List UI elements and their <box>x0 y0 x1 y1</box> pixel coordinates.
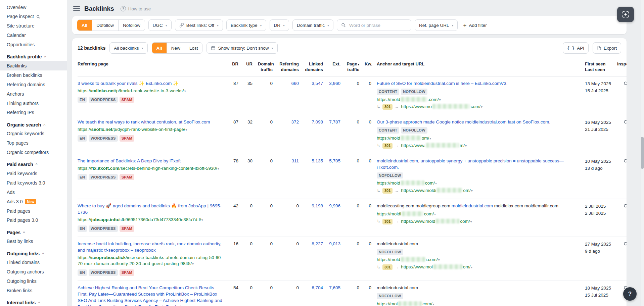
word-phrase-search[interactable] <box>337 19 411 31</box>
ext-value[interactable]: 9,013 <box>329 241 340 246</box>
column-header-referring-page[interactable]: Referring page <box>78 58 227 76</box>
linked-domains-value[interactable]: 9,198 <box>312 203 323 208</box>
add-filter-button[interactable]: + Add filter <box>461 19 489 31</box>
linked-domains-value[interactable]: 6,704 <box>312 285 323 290</box>
referring-domains-value[interactable]: 660 <box>291 81 299 86</box>
sidebar-section-header[interactable]: Pages^ <box>0 225 67 237</box>
state-segment-lost[interactable]: Lost <box>185 43 202 53</box>
referring-page-title-link[interactable]: Increase backLink building, increase ahr… <box>78 241 224 254</box>
referring-domains-value[interactable]: 372 <box>291 119 299 124</box>
sidebar-item-outgoing-anchors[interactable]: Outgoing anchors <box>0 267 67 277</box>
sidebar-section-header[interactable]: Outgoing links^ <box>0 246 67 258</box>
sidebar-section-header[interactable]: Backlink profile^ <box>0 49 67 61</box>
scope-dropdown[interactable]: All backlinks ▾ <box>109 42 147 54</box>
sidebar-section-header[interactable]: Internal links^ <box>0 295 67 306</box>
state-segment-all[interactable]: All <box>152 43 167 53</box>
show-history-dropdown[interactable]: Show history: Don't show ▾ <box>206 42 277 54</box>
sidebar-section-header[interactable]: Paid search^ <box>0 157 67 169</box>
sidebar-item-outgoing-links[interactable]: Outgoing links <box>0 276 67 286</box>
inspect-button[interactable] <box>623 119 627 126</box>
column-header-kw[interactable]: Kw. <box>362 58 374 76</box>
sidebar-item-paid-keywords-3-0[interactable]: Paid keywords 3.0 <box>0 178 67 188</box>
sidebar-item-best-by-links[interactable]: Best by links <box>0 237 67 246</box>
dropdown-caret-icon[interactable]: ▾ <box>471 189 473 193</box>
ext-value[interactable]: 9,996 <box>329 203 340 208</box>
anchor-text-part[interactable]: Our 3-phase approach made Google notice … <box>377 119 550 124</box>
linked-domains-value[interactable]: 7,098 <box>312 119 323 124</box>
anchor-text-part[interactable]: moldieindustrial.com, unstoppable synerg… <box>377 158 564 170</box>
sidebar-item-site-structure[interactable]: Site structure <box>0 21 67 31</box>
dropdown-caret-icon[interactable]: ▾ <box>434 212 436 216</box>
filter-segment-all[interactable]: All <box>77 20 92 31</box>
column-header-domain-traffic[interactable]: Domain traffic <box>255 58 275 76</box>
column-header-anchor[interactable]: Anchor and target URL <box>374 58 582 76</box>
dropdown-caret-icon[interactable]: ▾ <box>185 128 187 132</box>
ref-page-url-dropdown[interactable]: Ref. page URL ▾ <box>415 19 458 31</box>
state-segment-new[interactable]: New <box>167 43 185 53</box>
sidebar-item-referring-domains[interactable]: Referring domains <box>0 80 67 89</box>
sidebar-item-calendar[interactable]: Calendar <box>0 31 67 40</box>
sidebar-item-page-inspect[interactable]: Page inspect <box>0 12 67 21</box>
sidebar-item-organic-keywords[interactable]: Organic keywords <box>0 129 67 139</box>
sidebar-item-top-pages[interactable]: Top pages <box>0 139 67 148</box>
referring-page-title-link[interactable]: The Importance of Backlinks: A Deep Dive… <box>78 158 224 164</box>
filter-segment-nofollow[interactable]: Nofollow <box>119 20 145 31</box>
help-button[interactable]: ? <box>623 287 637 301</box>
column-header-ur[interactable]: UR <box>241 58 255 76</box>
referring-page-title-link[interactable]: Where to buy 🚀 aged domains and backlink… <box>78 203 224 216</box>
referring-page-title-link[interactable]: Achieve Highest Ranking and Beat Your Co… <box>78 285 224 306</box>
inspect-button[interactable] <box>623 81 627 88</box>
dropdown-caret-icon[interactable]: ▾ <box>470 220 472 223</box>
domain-traffic-dropdown[interactable]: Domain traffic ▾ <box>292 19 333 31</box>
sidebar-item-organic-competitors[interactable]: Organic competitors <box>0 148 67 157</box>
referring-page-title-link[interactable]: 3 weeks to outrank your rivals ✨ ExLinko… <box>78 81 224 87</box>
dropdown-caret-icon[interactable]: ▾ <box>184 89 186 93</box>
how-to-use-link[interactable]: ? How to use <box>121 6 151 11</box>
dropdown-caret-icon[interactable]: ▾ <box>465 144 467 148</box>
sidebar-item-referring-ips[interactable]: Referring IPs <box>0 108 67 117</box>
sidebar-item-anchors[interactable]: Anchors <box>0 89 67 99</box>
sidebar-item-opportunities[interactable]: Opportunities <box>0 40 67 50</box>
linked-domains-value[interactable]: 8,227 <box>312 241 323 246</box>
column-header-page-traffic[interactable]: Page▾ traffic <box>343 58 362 76</box>
ext-value[interactable]: 5,705 <box>329 158 340 163</box>
menu-toggle-button[interactable] <box>73 6 80 11</box>
dropdown-caret-icon[interactable]: ▾ <box>201 218 203 222</box>
inspect-button[interactable] <box>623 203 627 210</box>
ext-value[interactable]: 7,787 <box>329 119 340 124</box>
search-input[interactable] <box>349 22 407 28</box>
dropdown-caret-icon[interactable]: ▾ <box>439 98 441 102</box>
filter-segment-dofollow[interactable]: Dofollow <box>92 20 119 31</box>
sidebar-item-overview[interactable]: Overview <box>0 3 67 12</box>
linked-domains-value[interactable]: 5,135 <box>312 158 323 163</box>
vertical-scrollbar[interactable] <box>641 0 644 306</box>
column-header-dr[interactable]: DR <box>227 58 241 76</box>
dropdown-caret-icon[interactable]: ▾ <box>218 167 219 170</box>
dropdown-caret-icon[interactable]: ▾ <box>435 182 437 185</box>
column-header-first-last-seen[interactable]: First seen Last seen <box>582 58 614 76</box>
dropdown-caret-icon[interactable]: ▾ <box>429 137 431 140</box>
best-links-dropdown[interactable]: Best links: Off ▾ <box>175 19 223 31</box>
referring-page-title-link[interactable]: We teach the real ways to rank without c… <box>78 119 224 125</box>
linked-domains-value[interactable]: 3,547 <box>312 81 323 86</box>
screenshot-capture-button[interactable] <box>617 7 634 22</box>
export-button[interactable]: Export <box>593 42 621 54</box>
dropdown-caret-icon[interactable]: ▾ <box>192 262 194 266</box>
anchor-text-part[interactable]: Future of SEO for moldieindustrial.com i… <box>377 81 507 86</box>
dropdown-caret-icon[interactable]: ▾ <box>471 265 472 269</box>
sidebar-item-linking-authors[interactable]: Linking authors <box>0 99 67 108</box>
sidebar-item-broken-links[interactable]: Broken links <box>0 286 67 295</box>
backlink-type-dropdown[interactable]: Backlink type ▾ <box>226 19 266 31</box>
inspect-button[interactable] <box>623 158 627 165</box>
scrollbar-thumb[interactable] <box>641 137 644 169</box>
dr-filter-dropdown[interactable]: DR ▾ <box>270 19 289 31</box>
column-header-linked-domains[interactable]: Linked domains <box>302 58 326 76</box>
dropdown-caret-icon[interactable]: ▾ <box>481 105 482 109</box>
sidebar-item-paid-pages-3-0[interactable]: Paid pages 3.0 <box>0 216 67 225</box>
ext-value[interactable]: 3,960 <box>329 81 340 86</box>
ext-value[interactable]: 7,605 <box>329 285 340 290</box>
sidebar-item-ads-3-0[interactable]: Ads 3.0New <box>0 197 67 206</box>
sidebar-item-paid-keywords[interactable]: Paid keywords <box>0 169 67 178</box>
dropdown-caret-icon[interactable]: ▾ <box>433 302 434 306</box>
anchor-text-part[interactable]: moldieindustrial.com <box>452 203 493 208</box>
